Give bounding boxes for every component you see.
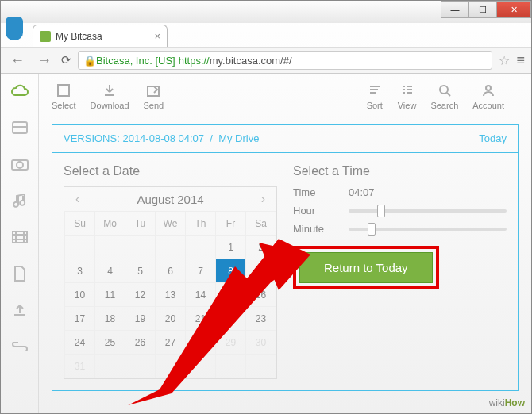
video-icon[interactable]	[10, 228, 30, 247]
bookmark-star-icon[interactable]: ☆	[499, 53, 510, 68]
calendar-day[interactable]: 17	[65, 307, 95, 331]
calendar-day[interactable]: 19	[125, 307, 156, 331]
calendar-day[interactable]: 21	[186, 307, 216, 331]
send-button[interactable]: Send	[144, 82, 164, 110]
action-toolbar: Select Download Send Sort View	[52, 82, 519, 117]
hour-slider-knob[interactable]	[377, 205, 385, 217]
hour-slider[interactable]	[349, 209, 507, 213]
calendar-day[interactable]: 2	[246, 236, 276, 259]
calendar-day[interactable]: 7	[186, 259, 216, 283]
back-button[interactable]: ←	[7, 52, 28, 69]
window-titlebar: — ☐ ✕	[1, 1, 531, 23]
cloud-icon[interactable]	[10, 82, 30, 101]
calendar-day[interactable]: 24	[65, 331, 95, 355]
window-close-button[interactable]: ✕	[496, 1, 531, 18]
calendar-day	[65, 236, 95, 259]
browser-tab[interactable]: My Bitcasa ×	[33, 25, 168, 47]
calendar-day[interactable]: 16	[246, 283, 276, 307]
calendar-day	[216, 355, 246, 378]
calendar-day[interactable]: 26	[125, 331, 156, 355]
calendar: SuMoTuWeThFrSa 1234567891011121314151617…	[64, 211, 276, 378]
calendar-day[interactable]: 8	[216, 259, 246, 283]
upload-icon[interactable]	[10, 301, 30, 320]
camera-icon[interactable]	[10, 155, 30, 174]
calendar-day	[125, 355, 156, 378]
calendar-day[interactable]: 13	[156, 283, 186, 307]
calendar-day[interactable]: 31	[65, 355, 95, 378]
view-button[interactable]: View	[398, 82, 417, 110]
calendar-day[interactable]: 25	[95, 331, 125, 355]
account-button[interactable]: Account	[472, 82, 504, 110]
download-button[interactable]: Download	[91, 82, 129, 110]
calendar-day[interactable]: 23	[246, 307, 276, 331]
search-icon	[436, 82, 453, 99]
calendar-day[interactable]: 10	[65, 283, 95, 307]
chrome-menu-icon[interactable]: ≡	[516, 52, 525, 69]
drive-icon[interactable]	[10, 118, 30, 137]
select-button[interactable]: Select	[52, 82, 76, 110]
return-to-today-button[interactable]: Return to Today	[299, 252, 433, 283]
calendar-month-label: August 2014	[137, 193, 203, 206]
calendar-day[interactable]: 29	[216, 331, 246, 355]
minute-slider-knob[interactable]	[368, 223, 376, 236]
versions-location[interactable]: My Drive	[218, 132, 259, 144]
watermark: wikiHow	[489, 397, 525, 408]
calendar-day[interactable]: 20	[156, 307, 186, 331]
svg-rect-3	[13, 232, 27, 243]
date-column: Select a Date ‹ August 2014 › SuMoTuWeTh…	[64, 164, 277, 379]
window-minimize-button[interactable]: —	[441, 1, 469, 18]
calendar-day[interactable]: 9	[246, 259, 276, 283]
url-field[interactable]: 🔒 Bitcasa, Inc. [US] https://my.bitcasa.…	[78, 51, 492, 70]
send-icon	[145, 82, 162, 99]
tab-close-icon[interactable]: ×	[154, 30, 160, 42]
calendar-day[interactable]: 4	[95, 259, 125, 283]
select-date-heading: Select a Date	[64, 164, 277, 178]
calendar-day[interactable]: 22	[216, 307, 246, 331]
minute-label: Minute	[293, 223, 349, 235]
calendar-dow: Fr	[216, 212, 246, 236]
svg-rect-4	[58, 85, 69, 96]
calendar-day[interactable]: 5	[125, 259, 156, 283]
forward-button[interactable]: →	[34, 52, 55, 69]
calendar-day[interactable]: 11	[95, 283, 125, 307]
calendar-day[interactable]: 28	[186, 331, 216, 355]
today-link[interactable]: Today	[479, 132, 507, 144]
minute-slider[interactable]	[349, 228, 507, 231]
calendar-day[interactable]: 15	[216, 283, 246, 307]
main-content: Select Download Send Sort View	[39, 74, 531, 413]
calendar-day[interactable]: 3	[65, 259, 95, 283]
calendar-day	[186, 236, 216, 259]
svg-point-2	[17, 162, 23, 168]
highlight-box: Return to Today	[293, 246, 439, 289]
ssl-org: Bitcasa, Inc. [US]	[96, 55, 175, 67]
music-icon[interactable]	[10, 191, 30, 210]
window-maximize-button[interactable]: ☐	[468, 1, 497, 18]
calendar-day[interactable]: 30	[246, 331, 276, 355]
calendar-day	[95, 236, 125, 259]
versions-panel: VERSIONS: 2014-08-08 04:07 / My Drive To…	[52, 124, 519, 391]
browser-window: — ☐ ✕ My Bitcasa × ← → ⟳ 🔒 Bitcasa, Inc.…	[0, 0, 532, 414]
url-host: my.bitcasa.com	[210, 55, 280, 67]
calendar-day	[156, 236, 186, 259]
search-button[interactable]: Search	[430, 82, 458, 110]
calendar-dow: Tu	[125, 212, 156, 236]
reload-button[interactable]: ⟳	[61, 53, 71, 67]
calendar-day[interactable]: 14	[186, 283, 216, 307]
view-icon	[399, 82, 416, 99]
calendar-day[interactable]: 12	[125, 283, 156, 307]
next-month-button[interactable]: ›	[256, 192, 270, 206]
link-icon[interactable]	[10, 337, 30, 356]
prev-month-button[interactable]: ‹	[71, 192, 84, 206]
profile-badge[interactable]	[6, 17, 23, 40]
time-column: Select a Time Time 04:07 Hour Minute	[293, 164, 507, 379]
document-icon[interactable]	[10, 264, 30, 283]
calendar-day[interactable]: 6	[156, 259, 186, 283]
tab-strip: My Bitcasa ×	[1, 23, 531, 47]
calendar-day[interactable]: 27	[156, 331, 186, 355]
select-icon	[55, 82, 72, 99]
sort-button[interactable]: Sort	[366, 82, 384, 110]
calendar-day[interactable]: 18	[95, 307, 125, 331]
sort-icon	[366, 82, 384, 99]
calendar-dow: Mo	[95, 212, 125, 236]
calendar-day[interactable]: 1	[216, 236, 246, 259]
